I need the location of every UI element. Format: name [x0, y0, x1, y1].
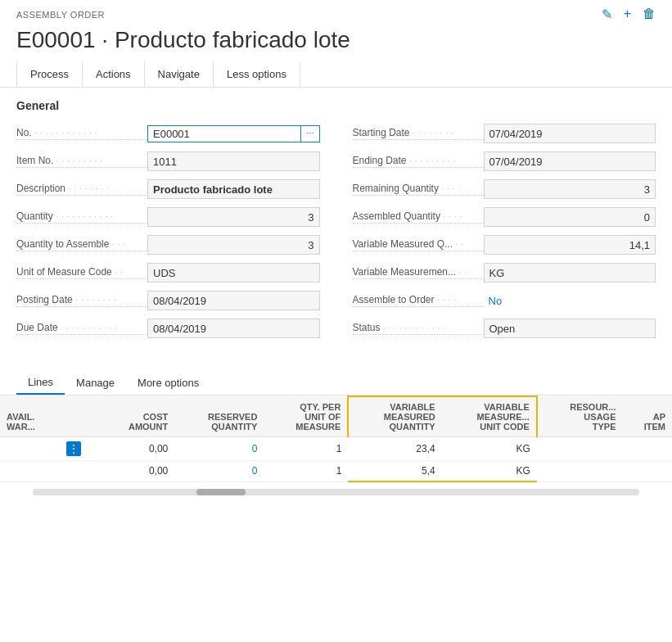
nav-item-actions[interactable]: Actions: [83, 61, 145, 87]
input-no[interactable]: E00001 ···: [147, 125, 320, 142]
top-bar: ASSEMBLY ORDER ✎ + 🗑: [0, 0, 672, 25]
input-starting-date[interactable]: 07/04/2019: [484, 124, 656, 143]
input-status[interactable]: Open: [484, 319, 656, 338]
label-status: Status · · · · · · · · · · · ·: [353, 322, 484, 335]
col-reserved-qty: RESERVEDQUANTITY: [174, 396, 264, 437]
cell-avail-row1: [0, 437, 60, 461]
field-assembled-qty: Assembled Quantity · · · · 0: [353, 206, 656, 228]
label-variable-measuremen: Variable Measuremen... · ·: [353, 266, 484, 279]
field-ending-date: Ending Date · · · · · · · · · 07/04/2019: [353, 150, 656, 173]
field-qty-to-assemble: Quantity to Assemble · · · 3: [16, 233, 320, 256]
cell-resource-row2: [537, 461, 623, 482]
no-expand-btn[interactable]: ···: [300, 126, 318, 142]
field-due-date: Due Date · · · · · · · · · · · 08/04/201…: [16, 317, 320, 340]
cell-reserved-row2[interactable]: 0: [174, 461, 264, 482]
cell-var-qty-row1: 23,4: [348, 437, 441, 461]
label-quantity: Quantity · · · · · · · · · · ·: [16, 210, 147, 224]
cell-action-row1[interactable]: ⋮: [60, 437, 100, 461]
row-dot-button-1[interactable]: ⋮: [66, 441, 81, 456]
field-variable-measuremen: Variable Measuremen... · · KG: [353, 261, 656, 284]
lines-nav-lines[interactable]: Lines: [16, 371, 65, 395]
lines-nav-manage[interactable]: Manage: [65, 372, 126, 394]
nav-item-navigate[interactable]: Navigate: [145, 61, 214, 87]
col-qty-per-uom: QTY. PERUNIT OFMEASURE: [264, 396, 348, 437]
input-uom[interactable]: UDS: [147, 263, 320, 283]
delete-icon[interactable]: 🗑: [643, 7, 656, 22]
input-ending-date[interactable]: 07/04/2019: [484, 151, 656, 171]
input-qty-to-assemble[interactable]: 3: [147, 235, 320, 255]
field-item-no: Item No. · · · · · · · · · 1011: [16, 150, 320, 173]
cell-qty-uom-row1: 1: [264, 437, 348, 461]
input-item-no[interactable]: 1011: [147, 151, 320, 171]
cell-reserved-row1[interactable]: 0: [174, 437, 264, 461]
label-description: Description · · · · · · · ·: [16, 183, 147, 196]
form-col-left: No. · · · · · · · · · · · · E00001 ··· I…: [16, 122, 320, 341]
label-item-no: Item No. · · · · · · · · ·: [16, 155, 147, 168]
cell-ap-row2: [622, 461, 672, 482]
lines-table: AVAIL.WAR... COSTAMOUNT RESERVEDQUANTITY…: [0, 396, 672, 482]
field-no: No. · · · · · · · · · · · · E00001 ···: [16, 122, 320, 145]
scroll-thumb[interactable]: [196, 489, 246, 495]
col-cost-amount: COSTAMOUNT: [99, 396, 174, 437]
form-col-right: Starting Date · · · · · · · · 07/04/2019…: [353, 122, 656, 341]
edit-icon[interactable]: ✎: [602, 7, 612, 22]
cell-action-row2: [60, 461, 100, 482]
dot-icon-1: ⋮: [68, 443, 79, 454]
nav-item-less-options[interactable]: Less options: [214, 61, 300, 87]
table-row: 0,00 0 1 5,4 KG: [0, 461, 672, 482]
label-remaining-qty: Remaining Quantity · · · ·: [353, 183, 484, 196]
field-status: Status · · · · · · · · · · · · Open: [353, 317, 656, 340]
input-assembled-qty[interactable]: 0: [484, 207, 656, 227]
label-ending-date: Ending Date · · · · · · · · ·: [353, 155, 484, 168]
nav-bar: Process Actions Navigate Less options: [0, 61, 672, 88]
input-posting-date[interactable]: 08/04/2019: [147, 291, 320, 310]
label-assemble-to-order: Assemble to Order · · · ·: [353, 294, 484, 307]
assembly-order-label: ASSEMBLY ORDER: [16, 10, 105, 20]
table-header-row: AVAIL.WAR... COSTAMOUNT RESERVEDQUANTITY…: [0, 396, 672, 437]
add-icon[interactable]: +: [624, 7, 631, 22]
col-ap-item: APITEM: [622, 396, 672, 437]
value-assemble-to-order: No: [484, 293, 656, 309]
label-assembled-qty: Assembled Quantity · · · ·: [353, 210, 484, 224]
nav-item-process[interactable]: Process: [16, 61, 83, 87]
cell-cost-row1: 0,00: [99, 437, 174, 461]
col-variable-measure-unit: VARIABLEMEASURE...UNIT CODE: [442, 396, 537, 437]
general-title: General: [16, 99, 656, 112]
cell-avail-row2: [0, 461, 60, 482]
input-description[interactable]: Producto fabricado lote: [147, 179, 320, 199]
label-no: No. · · · · · · · · · · · ·: [16, 127, 147, 140]
label-starting-date: Starting Date · · · · · · · ·: [353, 127, 484, 140]
field-description: Description · · · · · · · · Producto fab…: [16, 178, 320, 201]
input-due-date[interactable]: 08/04/2019: [147, 319, 320, 338]
input-remaining-qty[interactable]: 3: [484, 179, 656, 199]
label-due-date: Due Date · · · · · · · · · · ·: [16, 322, 147, 335]
cell-cost-row2: 0,00: [99, 461, 174, 482]
col-variable-measured-qty: VARIABLEMEASUREDQUANTITY: [348, 396, 441, 437]
lines-table-container: AVAIL.WAR... COSTAMOUNT RESERVEDQUANTITY…: [0, 396, 672, 482]
general-section: General No. · · · · · · · · · · · · E000…: [0, 88, 672, 348]
table-row: ⋮ 0,00 0 1 23,4 KG: [0, 437, 672, 461]
cell-ap-row1: [622, 437, 672, 461]
label-qty-to-assemble: Quantity to Assemble · · ·: [16, 238, 147, 251]
field-quantity: Quantity · · · · · · · · · · · 3: [16, 206, 320, 228]
cell-var-unit-row1: KG: [442, 437, 537, 461]
field-posting-date: Posting Date · · · · · · · · 08/04/2019: [16, 289, 320, 312]
input-variable-measured-q[interactable]: 14,1: [484, 235, 656, 255]
field-variable-measured-q: Variable Measured Q... · · 14,1: [353, 233, 656, 256]
scroll-indicator[interactable]: [33, 489, 639, 495]
label-variable-measured-q: Variable Measured Q... · ·: [353, 238, 484, 251]
field-remaining-qty: Remaining Quantity · · · · 3: [353, 178, 656, 201]
form-grid: No. · · · · · · · · · · · · E00001 ··· I…: [16, 122, 656, 341]
page-title: E00001 · Producto fabricado lote: [0, 25, 672, 61]
cell-resource-row1: [537, 437, 623, 461]
field-assemble-to-order: Assemble to Order · · · · No: [353, 289, 656, 312]
input-quantity[interactable]: 3: [147, 207, 320, 227]
col-resource-usage-type: RESOUR...USAGETYPE: [537, 396, 623, 437]
top-bar-actions: ✎ + 🗑: [602, 7, 656, 22]
lines-nav: Lines Manage More options: [0, 364, 672, 396]
lines-nav-more-options[interactable]: More options: [126, 372, 210, 394]
col-action: [60, 396, 100, 437]
field-starting-date: Starting Date · · · · · · · · 07/04/2019: [353, 122, 656, 145]
cell-qty-uom-row2: 1: [264, 461, 348, 482]
input-variable-measuremen[interactable]: KG: [484, 263, 656, 283]
